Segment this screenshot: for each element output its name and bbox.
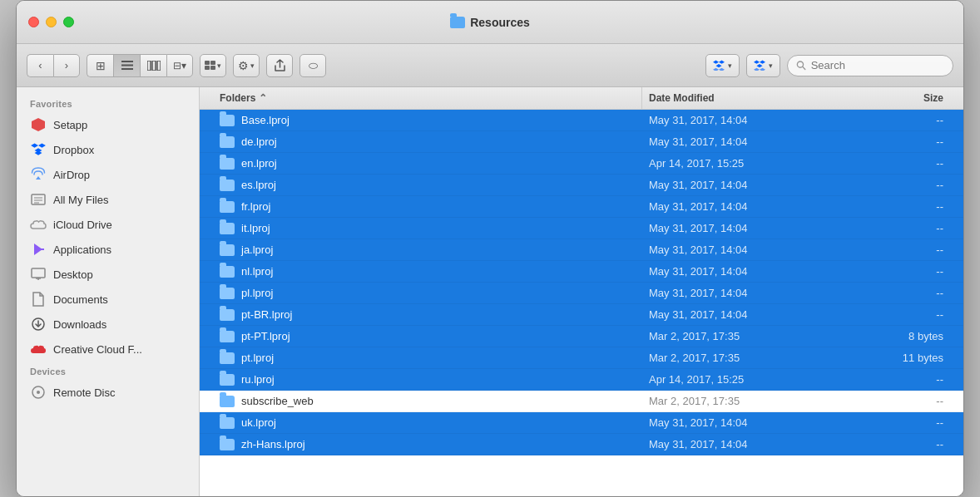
- file-name-cell: fr.lproj: [213, 196, 642, 217]
- sidebar-item-allmyfiles[interactable]: All My Files: [17, 187, 199, 212]
- file-name-cell: zh-Hans.lproj: [213, 434, 642, 455]
- folder-icon: [220, 180, 235, 191]
- svg-rect-7: [210, 61, 215, 65]
- svg-rect-9: [210, 66, 215, 70]
- svg-rect-5: [157, 61, 161, 71]
- gear-icon: ⚙: [238, 59, 249, 72]
- svg-marker-14: [719, 68, 725, 71]
- sidebar-item-creative[interactable]: Creative Cloud F...: [17, 337, 199, 362]
- sidebar-item-remotedisc[interactable]: Remote Disc: [17, 380, 199, 405]
- sidebar-label-desktop: Desktop: [53, 268, 93, 281]
- file-name: Base.lproj: [241, 114, 290, 126]
- file-row[interactable]: ja.lproj May 31, 2017, 14:04 --: [200, 239, 963, 261]
- file-date-cell: May 31, 2017, 14:04: [642, 175, 850, 195]
- window-title-area: Resources: [450, 16, 530, 29]
- file-name: pt-BR.lproj: [241, 308, 292, 321]
- folder-icon: [220, 158, 235, 170]
- maximize-button[interactable]: [63, 17, 74, 27]
- file-row[interactable]: ru.lproj Apr 14, 2017, 15:25 --: [200, 369, 963, 391]
- file-name-cell: Base.lproj: [213, 110, 642, 130]
- file-row[interactable]: nl.lproj May 31, 2017, 14:04 --: [200, 261, 963, 283]
- file-date-cell: May 31, 2017, 14:04: [642, 434, 850, 455]
- file-row[interactable]: fr.lproj May 31, 2017, 14:04 --: [200, 196, 963, 218]
- file-name-cell: en.lproj: [213, 153, 642, 174]
- dropbox-arrow-1: ▾: [728, 62, 732, 70]
- file-size-cell: --: [850, 218, 950, 239]
- file-name-cell: pl.lproj: [213, 283, 642, 303]
- forward-button[interactable]: ›: [53, 54, 80, 77]
- file-size-cell: --: [850, 175, 950, 195]
- sidebar-label-dropbox: Dropbox: [53, 144, 94, 156]
- file-name-cell: uk.lproj: [213, 412, 642, 433]
- sidebar-item-documents[interactable]: Documents: [17, 287, 199, 312]
- file-name: it.lproj: [241, 222, 270, 234]
- file-name-cell: it.lproj: [213, 218, 642, 239]
- search-box[interactable]: [787, 55, 953, 76]
- tag-button[interactable]: ⬭: [299, 54, 326, 77]
- file-size-cell: --: [850, 412, 950, 433]
- folder-icon: [220, 417, 235, 429]
- remotedisc-icon: [30, 384, 47, 401]
- minimize-button[interactable]: [46, 17, 57, 27]
- column-header-size[interactable]: Size: [850, 87, 950, 109]
- sidebar-item-dropbox[interactable]: Dropbox: [17, 137, 199, 162]
- file-row[interactable]: es.lproj May 31, 2017, 14:04 --: [200, 175, 963, 196]
- file-row[interactable]: Base.lproj May 31, 2017, 14:04 --: [200, 110, 963, 131]
- column-view-button[interactable]: [140, 54, 166, 77]
- file-date-cell: Mar 2, 2017, 17:35: [642, 326, 850, 347]
- file-row[interactable]: de.lproj May 31, 2017, 14:04 --: [200, 131, 963, 153]
- file-row[interactable]: pl.lproj May 31, 2017, 14:04 --: [200, 283, 963, 304]
- sidebar-label-setapp: Setapp: [53, 119, 87, 131]
- sidebar-item-applications[interactable]: Applications: [17, 237, 199, 262]
- sidebar-item-setapp[interactable]: Setapp: [17, 112, 199, 137]
- file-row[interactable]: pt-BR.lproj May 31, 2017, 14:04 --: [200, 304, 963, 326]
- arrange-button[interactable]: ▾: [200, 54, 226, 77]
- arrange-arrow: ▾: [217, 62, 221, 70]
- file-row[interactable]: uk.lproj May 31, 2017, 14:04 --: [200, 412, 963, 434]
- file-size-cell: --: [850, 369, 950, 390]
- file-name-cell: pt.lproj: [213, 347, 642, 368]
- file-row[interactable]: pt-PT.lproj Mar 2, 2017, 17:35 8 bytes: [200, 326, 963, 347]
- sidebar-item-icloud[interactable]: iCloud Drive: [17, 212, 199, 237]
- sidebar-item-downloads[interactable]: Downloads: [17, 312, 199, 337]
- svg-rect-3: [147, 61, 151, 71]
- icon-view-button[interactable]: ⊞: [87, 54, 113, 77]
- gallery-view-button[interactable]: ⊟▾: [166, 54, 193, 77]
- file-size-cell: --: [850, 304, 950, 325]
- file-name: en.lproj: [241, 157, 277, 170]
- file-size-cell: --: [850, 131, 950, 152]
- file-row[interactable]: subscribe_web Mar 2, 2017, 17:35 --: [200, 391, 963, 412]
- devices-header: Devices: [17, 362, 199, 380]
- sidebar-label-remotedisc: Remote Disc: [53, 386, 115, 399]
- folder-icon: [220, 309, 235, 321]
- sidebar-item-desktop[interactable]: Desktop: [17, 262, 199, 287]
- file-date-cell: May 31, 2017, 14:04: [642, 218, 850, 239]
- list-view-button[interactable]: [113, 54, 140, 77]
- file-name: ru.lproj: [241, 373, 275, 386]
- traffic-lights: [28, 17, 74, 27]
- action-button[interactable]: ⚙ ▾: [233, 54, 260, 77]
- file-list: Folders ⌃ Date Modified Size Base.lproj …: [200, 87, 963, 496]
- setapp-icon: [30, 116, 47, 133]
- back-button[interactable]: ‹: [27, 54, 53, 77]
- sidebar-item-airdrop[interactable]: AirDrop: [17, 162, 199, 187]
- dropbox-button-2[interactable]: ▾: [746, 54, 780, 77]
- column-header-date[interactable]: Date Modified: [642, 87, 850, 109]
- file-name: ja.lproj: [241, 244, 273, 256]
- dropbox-button-1[interactable]: ▾: [705, 54, 740, 77]
- column-header-name[interactable]: Folders ⌃: [213, 87, 642, 109]
- sidebar: Favorites Setapp Dropbox: [17, 87, 200, 496]
- folder-icon: [220, 115, 235, 126]
- sidebar-label-creative: Creative Cloud F...: [53, 343, 142, 356]
- dropbox-icon-1: [713, 60, 725, 71]
- file-row[interactable]: pt.lproj Mar 2, 2017, 17:35 11 bytes: [200, 347, 963, 369]
- file-row[interactable]: it.lproj May 31, 2017, 14:04 --: [200, 218, 963, 239]
- search-input[interactable]: [811, 59, 944, 71]
- file-row[interactable]: en.lproj Apr 14, 2017, 15:25 --: [200, 153, 963, 175]
- title-bar: Resources: [17, 1, 963, 44]
- close-button[interactable]: [28, 17, 39, 27]
- share-button[interactable]: [266, 54, 293, 77]
- svg-point-38: [37, 391, 40, 394]
- view-buttons: ⊞ ⊟▾: [87, 54, 193, 77]
- file-row[interactable]: zh-Hans.lproj May 31, 2017, 14:04 --: [200, 434, 963, 455]
